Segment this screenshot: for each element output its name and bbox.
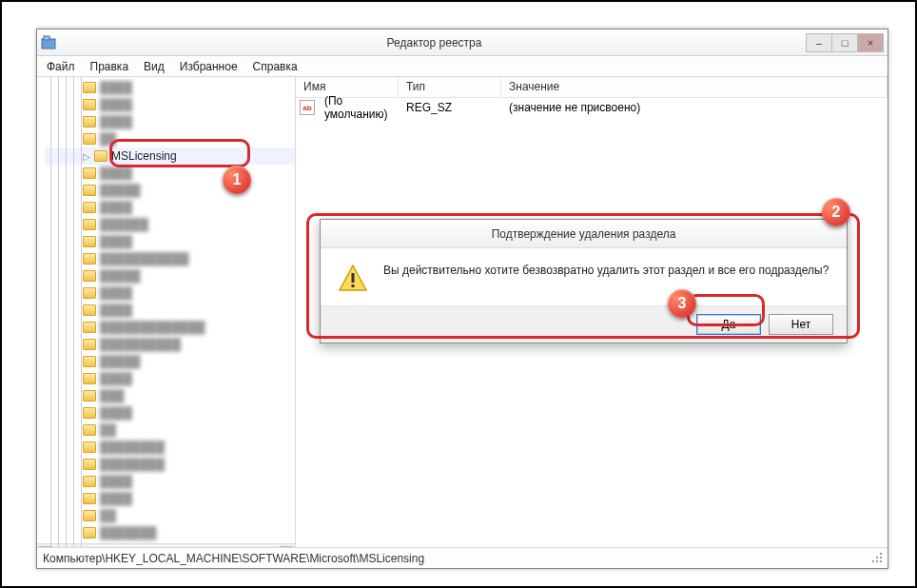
menu-bar: Файл Правка Вид Избранное Справка: [37, 56, 888, 77]
status-path: Компьютер\HKEY_LOCAL_MACHINE\SOFTWARE\Mi…: [43, 552, 424, 565]
tree-item-label: MSLicensing: [111, 149, 177, 163]
tree-pane[interactable]: ████ ████ ████ ██ ▷ MSLicensing ████ ███…: [37, 77, 296, 547]
svg-rect-9: [352, 273, 355, 283]
cell-value: (значение не присвоено): [503, 101, 646, 114]
maximize-button[interactable]: □: [831, 33, 858, 52]
svg-rect-6: [876, 560, 878, 562]
svg-rect-4: [880, 557, 882, 559]
cell-type: REG_SZ: [400, 101, 503, 114]
dialog-message: Вы действительно хотите безвозвратно уда…: [383, 264, 829, 277]
string-value-icon: ab: [300, 100, 315, 115]
window-title: Редактор реестра: [62, 36, 807, 49]
expander-icon[interactable]: ▷: [83, 151, 92, 162]
svg-rect-2: [880, 553, 882, 555]
tree-item-mslicensing[interactable]: ▷ MSLicensing: [45, 147, 295, 165]
menu-edit[interactable]: Правка: [83, 58, 137, 75]
minimize-button[interactable]: –: [806, 33, 832, 52]
callout-2-badge: 2: [822, 198, 850, 226]
warning-icon: [338, 264, 368, 294]
column-type[interactable]: Тип: [399, 77, 501, 97]
svg-rect-3: [876, 557, 878, 559]
scroll-left-icon[interactable]: ◄: [39, 546, 52, 548]
title-bar[interactable]: Редактор реестра – □ ×: [37, 29, 888, 56]
dialog-buttons: Да Нет: [321, 305, 847, 343]
status-bar: Компьютер\HKEY_LOCAL_MACHINE\SOFTWARE\Mi…: [37, 547, 888, 568]
menu-file[interactable]: Файл: [39, 58, 83, 75]
dialog-title[interactable]: Подтверждение удаления раздела: [321, 220, 847, 248]
cell-name: (По умолчанию): [319, 94, 400, 121]
menu-view[interactable]: Вид: [136, 58, 172, 75]
dialog-body: Вы действительно хотите безвозвратно уда…: [321, 248, 847, 305]
callout-3-badge: 3: [668, 289, 696, 318]
resize-grip-icon[interactable]: [872, 553, 884, 564]
close-button[interactable]: ×: [857, 33, 884, 52]
app-icon: [41, 35, 56, 50]
svg-rect-7: [880, 560, 882, 562]
folder-icon: [94, 150, 107, 162]
yes-button[interactable]: Да: [696, 314, 761, 335]
column-value[interactable]: Значение: [501, 77, 888, 97]
svg-rect-5: [872, 560, 874, 562]
menu-favorites[interactable]: Избранное: [172, 58, 245, 75]
callout-1-badge: 1: [223, 166, 251, 194]
no-button[interactable]: Нет: [769, 314, 833, 335]
tree-inner: ████ ████ ████ ██ ▷ MSLicensing ████ ███…: [37, 77, 295, 543]
confirm-delete-dialog: Подтверждение удаления раздела Вы действ…: [320, 219, 848, 343]
window-controls: – □ ×: [807, 33, 884, 52]
svg-rect-10: [352, 284, 355, 287]
scroll-right-icon[interactable]: ►: [280, 546, 293, 548]
list-row[interactable]: ab (По умолчанию) REG_SZ (значение не пр…: [296, 98, 888, 117]
menu-help[interactable]: Справка: [245, 58, 305, 75]
horizontal-scrollbar[interactable]: ◄ ►: [37, 543, 295, 547]
svg-rect-1: [44, 36, 49, 40]
